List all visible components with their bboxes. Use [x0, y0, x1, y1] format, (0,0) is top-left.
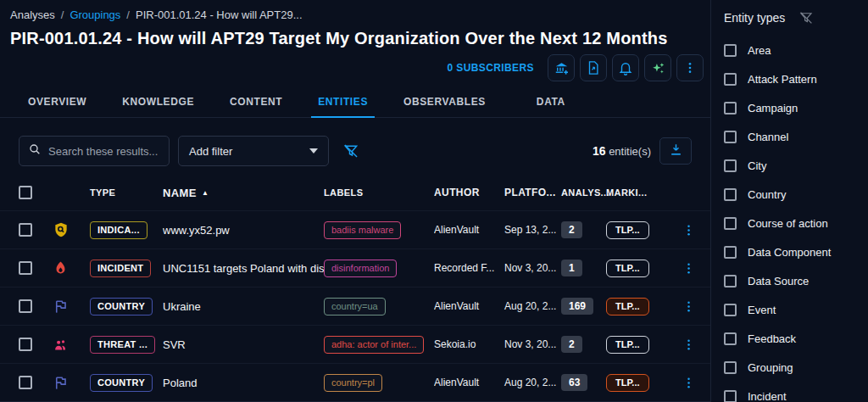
entity-type-label: Channel — [748, 131, 788, 143]
checkbox[interactable] — [724, 44, 737, 57]
entity-type-label: Area — [748, 44, 771, 57]
export-csv-button[interactable] — [659, 137, 692, 165]
breadcrumb-analyses[interactable]: Analyses — [10, 8, 55, 21]
country-icon — [53, 375, 90, 391]
enroll-playbook-button[interactable] — [548, 54, 575, 81]
marking-chip: TLP... — [606, 298, 649, 315]
table-row[interactable]: COUNTRY Ukraine country=ua AlienVault Au… — [0, 287, 710, 325]
entity-type-label: Incident — [748, 390, 787, 402]
entity-types-list: Area Attack Pattern Campaign Channel Cit… — [724, 36, 868, 402]
entity-type-option-attack-pattern[interactable]: Attack Pattern — [724, 64, 868, 93]
marking-chip: TLP... — [606, 374, 649, 392]
column-name[interactable]: NAME▲ — [163, 187, 324, 199]
label-chip: country=ua — [324, 298, 386, 315]
row-more-button[interactable] — [674, 338, 703, 351]
column-analyses[interactable]: ANALYS... — [561, 187, 606, 198]
checkbox[interactable] — [724, 304, 737, 316]
table-row[interactable]: COUNTRY Poland country=pl AlienVault Aug… — [0, 363, 710, 401]
checkbox[interactable] — [724, 275, 737, 288]
country-icon — [53, 299, 90, 315]
entity-type-option-campaign[interactable]: Campaign — [724, 93, 868, 122]
search-box[interactable] — [19, 136, 170, 166]
analyses-badge: 169 — [561, 298, 593, 315]
column-platform-date[interactable]: PLATFO... — [504, 187, 561, 198]
column-type[interactable]: TYPE — [90, 187, 163, 198]
row-checkbox[interactable] — [19, 338, 32, 351]
notifications-button[interactable] — [612, 54, 639, 81]
checkbox[interactable] — [724, 73, 737, 86]
table-row[interactable]: INCIDENT UNC1151 targets Poland with dis… — [0, 248, 710, 287]
entity-type-option-data-source[interactable]: Data Source — [724, 266, 868, 295]
clear-filters-button[interactable] — [342, 142, 359, 159]
entity-type-option-incident[interactable]: Incident — [724, 382, 868, 402]
row-checkbox[interactable] — [19, 223, 32, 237]
page-title: PIR-001.01.24 - How will APT29 Target My… — [0, 21, 710, 48]
row-checkbox[interactable] — [19, 376, 32, 389]
entity-type-option-feedback[interactable]: Feedback — [724, 324, 868, 353]
analyses-badge: 1 — [561, 260, 582, 276]
entity-type-label: Grouping — [748, 361, 793, 374]
checkbox[interactable] — [724, 102, 737, 114]
more-options-button[interactable] — [676, 54, 704, 81]
entity-type-option-city[interactable]: City — [724, 151, 868, 180]
row-more-button[interactable] — [674, 262, 703, 275]
tab-knowledge[interactable]: KNOWLEDGE — [115, 86, 201, 117]
clear-entity-filter-button[interactable] — [798, 10, 814, 25]
table-row[interactable]: THREAT ... SVR adha: actor of inter... S… — [0, 325, 710, 363]
analyses-badge: 63 — [561, 374, 587, 391]
checkbox[interactable] — [724, 131, 737, 143]
row-checkbox[interactable] — [19, 261, 32, 275]
row-checkbox[interactable] — [19, 299, 32, 313]
author: AlienVault — [434, 377, 504, 388]
checkbox[interactable] — [724, 332, 737, 345]
entity-types-panel: Entity types Area Attack Pattern Campaig… — [710, 0, 868, 402]
entity-type-label: Data Source — [748, 275, 809, 288]
row-more-button[interactable] — [674, 377, 703, 389]
checkbox[interactable] — [724, 390, 737, 402]
subscribers-count[interactable]: 0 SUBSCRIBERS — [447, 62, 534, 74]
entity-type-option-area[interactable]: Area — [724, 36, 868, 64]
tab-bar: OVERVIEW KNOWLEDGE CONTENT ENTITIES OBSE… — [0, 86, 710, 118]
breadcrumb-groupings-link[interactable]: Groupings — [70, 8, 120, 21]
checkbox[interactable] — [724, 246, 737, 259]
analyses-badge: 2 — [561, 221, 582, 238]
checkbox[interactable] — [724, 159, 737, 172]
table-row[interactable]: INDICA... www.yx52.pw badiis malware Ali… — [0, 210, 710, 248]
add-filter-select[interactable]: Add filter — [178, 136, 329, 166]
tab-entities[interactable]: ENTITIES — [311, 86, 375, 117]
tab-data[interactable]: DATA — [530, 86, 572, 117]
tab-overview[interactable]: OVERVIEW — [21, 86, 93, 117]
checkbox[interactable] — [724, 217, 737, 230]
tab-observables[interactable]: OBSERVABLES — [397, 86, 492, 117]
more-vert-icon — [683, 61, 697, 75]
breadcrumb-separator: / — [61, 8, 64, 21]
entity-type-option-grouping[interactable]: Grouping — [724, 353, 868, 382]
author: AlienVault — [434, 224, 504, 236]
entity-types-title: Entity types — [724, 11, 785, 25]
row-more-button[interactable] — [674, 300, 703, 313]
column-marking[interactable]: MARKI... — [606, 187, 674, 198]
entity-type-option-country[interactable]: Country — [724, 180, 868, 209]
checkbox[interactable] — [724, 188, 737, 201]
entity-type-option-event[interactable]: Event — [724, 295, 868, 324]
search-input[interactable] — [48, 145, 160, 158]
label-chip: country=pl — [324, 374, 382, 392]
entity-type-option-channel[interactable]: Channel — [724, 122, 868, 151]
main-content: Analyses / Groupings / PIR-001.01.24 - H… — [0, 0, 710, 402]
export-button[interactable] — [580, 54, 607, 81]
entity-types-header: Entity types — [724, 7, 868, 29]
select-all-checkbox[interactable] — [19, 186, 32, 199]
incident-icon — [53, 260, 90, 276]
checkbox[interactable] — [724, 361, 737, 374]
row-more-button[interactable] — [674, 224, 703, 237]
entity-type-option-data-component[interactable]: Data Component — [724, 237, 868, 266]
ai-assistant-button[interactable] — [644, 54, 671, 81]
column-labels[interactable]: LABELS — [324, 187, 434, 198]
entity-name: Poland — [163, 377, 324, 389]
tab-content[interactable]: CONTENT — [223, 86, 289, 117]
marking-chip: TLP... — [606, 336, 649, 354]
threat-actor-icon — [53, 337, 90, 353]
column-author[interactable]: AUTHOR — [434, 187, 504, 198]
entity-type-option-course-of-action[interactable]: Course of action — [724, 209, 868, 237]
add-filter-label: Add filter — [189, 145, 232, 158]
